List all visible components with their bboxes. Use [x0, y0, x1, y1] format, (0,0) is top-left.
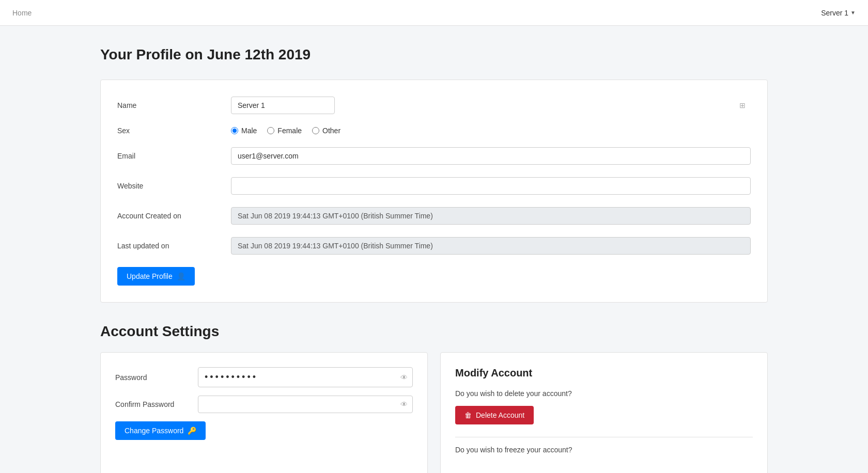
key-icon: 🔑 — [188, 427, 196, 435]
name-input-wrapper: ⊞ — [231, 97, 751, 114]
email-row: Email — [117, 147, 751, 165]
sex-other-radio[interactable] — [312, 127, 319, 134]
user-icon: 👤 — [177, 272, 185, 280]
name-field-icon: ⊞ — [739, 101, 746, 109]
account-created-label: Account Created on — [117, 212, 231, 220]
server-dropdown[interactable]: Server 1 ▼ — [821, 9, 856, 17]
name-input[interactable] — [231, 97, 335, 114]
password-card: Password 👁 Confirm Password 👁 Change Pas… — [100, 352, 428, 473]
confirm-password-eye-icon[interactable]: 👁 — [400, 400, 408, 408]
website-input[interactable] — [231, 177, 751, 195]
last-updated-row: Last updated on — [117, 237, 751, 255]
main-container: Your Profile on June 12th 2019 Name ⊞ Se… — [88, 26, 780, 473]
card-divider — [455, 437, 753, 437]
account-created-input — [231, 207, 751, 225]
password-input-wrapper: 👁 — [198, 367, 413, 387]
password-label: Password — [115, 373, 198, 382]
profile-form: Name ⊞ Sex Male Female Other — [100, 80, 768, 303]
navbar: Home Server 1 ▼ — [0, 0, 868, 26]
name-row: Name ⊞ — [117, 97, 751, 114]
confirm-password-input[interactable] — [198, 396, 413, 413]
sex-row: Sex Male Female Other — [117, 127, 751, 135]
server-label: Server 1 — [821, 9, 848, 17]
sex-female-radio[interactable] — [267, 127, 274, 134]
modify-account-title: Modify Account — [455, 367, 753, 379]
delete-account-button[interactable]: 🗑 Delete Account — [455, 406, 534, 424]
sex-radio-group: Male Female Other — [231, 127, 340, 135]
home-link[interactable]: Home — [12, 9, 32, 17]
sex-other-label: Other — [322, 127, 340, 135]
sex-female-option[interactable]: Female — [267, 127, 302, 135]
account-settings-title: Account Settings — [100, 323, 768, 340]
delete-description: Do you wish to delete your account? — [455, 389, 753, 398]
chevron-down-icon: ▼ — [850, 10, 856, 15]
confirm-password-row: Confirm Password 👁 — [115, 396, 413, 413]
trash-icon: 🗑 — [464, 411, 472, 419]
email-label: Email — [117, 152, 231, 160]
update-profile-label: Update Profile — [127, 272, 173, 280]
name-label: Name — [117, 101, 231, 109]
sex-male-radio[interactable] — [231, 127, 238, 134]
sex-male-label: Male — [241, 127, 257, 135]
website-label: Website — [117, 182, 231, 190]
website-row: Website — [117, 177, 751, 195]
account-created-row: Account Created on — [117, 207, 751, 225]
sex-other-option[interactable]: Other — [312, 127, 340, 135]
change-password-label: Change Password — [125, 427, 183, 435]
change-password-button[interactable]: Change Password 🔑 — [115, 421, 206, 440]
sex-label: Sex — [117, 127, 231, 135]
password-input[interactable] — [198, 367, 413, 387]
email-input[interactable] — [231, 147, 751, 165]
password-eye-icon[interactable]: 👁 — [400, 373, 408, 382]
freeze-description: Do you wish to freeze your account? — [455, 446, 753, 454]
delete-account-label: Delete Account — [476, 411, 524, 419]
sex-male-option[interactable]: Male — [231, 127, 257, 135]
last-updated-label: Last updated on — [117, 242, 231, 250]
profile-title: Your Profile on June 12th 2019 — [100, 46, 768, 63]
confirm-password-input-wrapper: 👁 — [198, 396, 413, 413]
last-updated-input — [231, 237, 751, 255]
confirm-password-label: Confirm Password — [115, 400, 198, 408]
update-profile-button[interactable]: Update Profile 👤 — [117, 267, 195, 286]
sex-female-label: Female — [277, 127, 302, 135]
settings-grid: Password 👁 Confirm Password 👁 Change Pas… — [100, 352, 768, 473]
password-row: Password 👁 — [115, 367, 413, 387]
modify-account-card: Modify Account Do you wish to delete you… — [440, 352, 768, 473]
